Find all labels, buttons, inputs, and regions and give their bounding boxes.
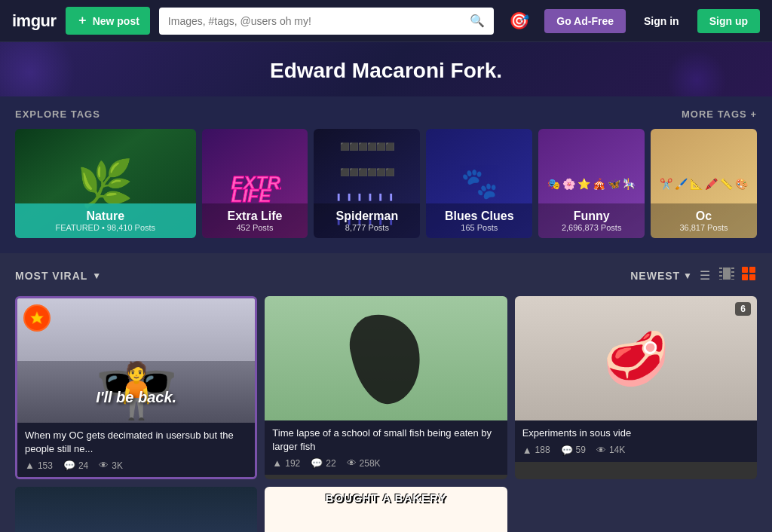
notification-icon: 🎯 — [509, 11, 529, 30]
svg-rect-12 — [749, 267, 755, 273]
post-title-p1: When my OC gets decimated in usersub but… — [25, 429, 247, 455]
post-stats-p2: ▲ 192 💬 22 👁 258K — [272, 457, 499, 469]
tag-name-spiderman: Spiderman — [321, 209, 412, 223]
main-content: MOST VIRAL ▼ NEWEST ▼ ☰ — [0, 253, 772, 532]
sign-up-button[interactable]: Sign up — [697, 9, 760, 33]
upvotes-p1: ▲ 153 — [25, 460, 53, 471]
post-caption-p2: Time lapse of a school of small fish bei… — [265, 420, 507, 475]
notification-button[interactable]: 🎯 — [503, 8, 535, 34]
logo[interactable]: imgur — [12, 11, 57, 31]
most-viral-label: MOST VIRAL — [15, 270, 87, 282]
newest-dropdown-icon: ▼ — [683, 271, 692, 281]
comments-p2: 💬 22 — [311, 457, 335, 469]
logo-text: imgur — [12, 11, 57, 31]
sign-in-label: Sign in — [644, 15, 679, 27]
svg-rect-14 — [749, 274, 755, 280]
newest-selector[interactable]: NEWEST ▼ — [630, 270, 692, 282]
tag-name-extralife: Extra Life — [210, 209, 301, 223]
post-image-p4 — [15, 487, 257, 532]
post-stats-p3: ▲ 188 💬 59 👁 14K — [522, 445, 749, 456]
bakery-text: BOUGHT A BAKERY — [265, 491, 507, 504]
comment-icon-p2: 💬 — [311, 457, 323, 469]
search-input[interactable] — [168, 15, 470, 27]
search-icon: 🔍 — [470, 14, 485, 28]
post-card-p3[interactable]: 🥩 6 Experiments in sous vide ▲ 188 💬 59 — [515, 296, 757, 479]
svg-rect-6 — [719, 273, 722, 275]
views-p3: 👁 14K — [596, 445, 625, 456]
posts-grid: 🕶️ 🧍 I'll be back. When my OC gets decim… — [15, 296, 757, 532]
tag-card-bluesclues[interactable]: 🐾 Blues Clues 165 Posts — [426, 129, 532, 238]
sign-in-button[interactable]: Sign in — [635, 9, 688, 33]
post-stats-p1: ▲ 153 💬 24 👁 3K — [25, 460, 247, 471]
ad-free-label: Go Ad-Free — [556, 15, 614, 27]
comments-p3: 💬 59 — [561, 445, 586, 456]
filmstrip-icon — [719, 268, 734, 280]
tag-posts-spiderman: 8,777 Posts — [321, 223, 412, 232]
post-title-p2: Time lapse of a school of small fish bei… — [272, 427, 499, 453]
post1-overlay-text: I'll be back. — [17, 389, 255, 406]
tag-posts-oc: 36,817 Posts — [658, 223, 749, 232]
tag-name-funny: Funny — [546, 209, 637, 223]
svg-marker-15 — [31, 312, 44, 324]
post-card-p1[interactable]: 🕶️ 🧍 I'll be back. When my OC gets decim… — [15, 296, 257, 479]
featured-badge-p1 — [23, 304, 51, 332]
tag-card-oc[interactable]: ✂️🖌️📐 🖍️📏🎨 Oc 36,817 Posts — [651, 129, 757, 238]
header: imgur ＋ New post 🔍 🎯 Go Ad-Free Sign in … — [0, 0, 772, 42]
tag-posts-extralife: 452 Posts — [210, 223, 301, 232]
tag-name-bluesclues: Blues Clues — [433, 209, 525, 223]
view-controls — [718, 265, 757, 286]
svg-rect-3 — [723, 268, 731, 280]
post-image-p1: 🕶️ 🧍 I'll be back. — [17, 298, 255, 423]
post-caption-p1: When my OC gets decimated in usersub but… — [17, 423, 255, 477]
tag-card-funny[interactable]: 🎭🌸⭐ 🎪🦋🎠 Funny 2,696,873 Posts — [538, 129, 645, 238]
grid-icon — [742, 267, 755, 280]
grid-view-button[interactable] — [740, 265, 757, 286]
post-caption-p3: Experiments in sous vide ▲ 188 💬 59 👁 14… — [515, 420, 757, 462]
new-post-button[interactable]: ＋ New post — [66, 7, 150, 35]
post-image-p5: BOUGHT A BAKERY 👶 — [265, 487, 507, 532]
svg-rect-7 — [719, 277, 722, 279]
upvote-icon-p3: ▲ — [522, 445, 532, 456]
ad-free-button[interactable]: Go Ad-Free — [544, 9, 626, 33]
comment-icon-p3: 💬 — [561, 445, 573, 456]
comments-p1: 💬 24 — [63, 460, 88, 471]
svg-rect-8 — [731, 269, 734, 271]
steak-emoji: 🥩 — [603, 328, 669, 390]
tag-card-nature[interactable]: 🌿 Nature FEATURED • 98,410 Posts — [15, 129, 196, 238]
plus-icon: ＋ — [76, 13, 88, 29]
tag-card-spiderman[interactable]: ⬛⬛⬛⬛⬛⬛ ⬛⬛⬛⬛⬛⬛ ▌ ▌ ▌ ▌ ▌ ▌ ▌ ▌ ▌ ▌ ▌ ▌ Sp… — [314, 129, 420, 238]
svg-text:LIFE: LIFE — [231, 185, 271, 204]
views-p1: 👁 3K — [99, 460, 123, 471]
tags-grid: 🌿 Nature FEATURED • 98,410 Posts EXTRA L… — [15, 129, 757, 238]
upvotes-p3: ▲ 188 — [522, 445, 550, 456]
comment-icon: 💬 — [63, 460, 75, 471]
tag-card-extralife[interactable]: EXTRA LIFE Extra Life 452 Posts — [202, 129, 308, 238]
explore-header: EXPLORE TAGS MORE TAGS + — [15, 109, 757, 120]
views-p2: 👁 258K — [347, 457, 381, 469]
viral-dropdown-icon: ▼ — [92, 271, 101, 281]
views-icon-p3: 👁 — [596, 445, 606, 456]
post-card-p5[interactable]: BOUGHT A BAKERY 👶 — [265, 487, 507, 532]
svg-rect-11 — [742, 267, 748, 273]
tag-name-oc: Oc — [658, 209, 749, 223]
explore-tags-title: EXPLORE TAGS — [15, 109, 100, 120]
svg-rect-10 — [731, 277, 734, 279]
most-viral-selector[interactable]: MOST VIRAL ▼ — [15, 270, 101, 282]
post-card-p2[interactable]: Time lapse of a school of small fish bei… — [265, 296, 507, 479]
count-badge-p3: 6 — [735, 302, 751, 316]
views-icon: 👁 — [99, 460, 109, 471]
svg-rect-9 — [731, 273, 734, 275]
hero-title: Edward Macaroni Fork. — [0, 59, 772, 83]
filter-icon[interactable]: ☰ — [700, 268, 710, 283]
post-card-p4[interactable] — [15, 487, 257, 532]
post2-fish-blob — [345, 308, 427, 409]
explore-section: EXPLORE TAGS MORE TAGS + 🌿 Nature FEATUR… — [0, 96, 772, 253]
right-controls: NEWEST ▼ ☰ — [630, 265, 757, 286]
content-header: MOST VIRAL ▼ NEWEST ▼ ☰ — [15, 265, 757, 286]
tag-posts-funny: 2,696,873 Posts — [546, 223, 637, 232]
post-image-p3: 🥩 6 — [515, 296, 757, 420]
filmstrip-view-button[interactable] — [718, 266, 736, 285]
more-tags-link[interactable]: MORE TAGS + — [682, 109, 757, 120]
post-image-p2 — [265, 296, 507, 420]
upvotes-p2: ▲ 192 — [272, 457, 300, 469]
